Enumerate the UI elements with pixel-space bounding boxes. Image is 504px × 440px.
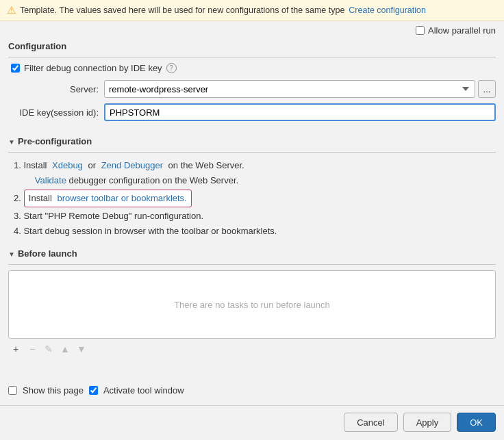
parallel-run-label: Allow parallel run [428,25,496,36]
move-down-button[interactable]: ▼ [74,341,89,357]
pre-config-item-2-row: 2. Install browser toolbar or bookmarkle… [14,190,496,207]
apply-button[interactable]: Apply [403,413,452,432]
server-row: Server: remote-wordpress-server ... [8,80,496,98]
no-tasks-text: There are no tasks to run before launch [174,300,330,310]
cancel-button[interactable]: Cancel [344,413,397,432]
launch-toolbar: + − ✎ ▲ ▼ [8,339,496,359]
pre-configuration-header: ▼Pre-configuration [8,136,496,146]
show-page-label: Show this page [23,385,84,396]
server-label: Server: [8,84,104,94]
item-1-num: 1. Install [14,158,49,173]
pre-configuration-section: ▼Pre-configuration 1. Install Xdebug or … [8,133,496,239]
server-ellipsis-button[interactable]: ... [478,80,496,98]
item-2-num: 2. [14,191,21,206]
ide-key-label: IDE key(session id): [8,107,104,118]
create-configuration-link[interactable]: Create configuration [349,5,426,15]
parallel-run-checkbox[interactable] [416,26,425,35]
before-launch-header: ▼Before launch [8,248,496,259]
pre-config-item-3: 3. Start "PHP Remote Debug" run-configur… [14,209,496,224]
pre-config-item-1-sub: Validate debugger configuration on the W… [27,173,496,188]
pre-config-item-4: 4. Start debug session in browser with t… [14,224,496,239]
main-content: Configuration Filter debug connection by… [0,38,504,405]
warning-bar: ⚠ Template. The values saved here will b… [0,0,504,21]
footer: Cancel Apply OK [0,405,504,440]
xdebug-link[interactable]: Xdebug [52,158,83,173]
warning-text: Template. The values saved here will be … [20,5,344,15]
configuration-section: Configuration Filter debug connection by… [8,38,496,127]
before-launch-arrow-icon: ▼ [8,250,15,258]
show-page-row: Show this page Activate tool window [8,383,496,401]
ide-key-input[interactable] [104,103,496,121]
filter-debug-checkbox[interactable] [11,64,20,73]
filter-debug-label: Filter debug connection by IDE key [24,63,162,73]
server-select[interactable]: remote-wordpress-server [104,80,475,98]
item-2-highlighted: Install browser toolbar or bookmarklets. [24,190,192,207]
pre-config-list: 1. Install Xdebug or Zend Debugger on th… [14,158,496,239]
dialog: ⚠ Template. The values saved here will b… [0,0,504,440]
item-4-num: 4. Start debug session in browser with t… [14,224,277,239]
server-input-wrap: remote-wordpress-server ... [104,80,496,98]
activate-tool-window-checkbox[interactable] [89,386,98,395]
before-launch-divider [8,264,496,265]
activate-tool-window-label: Activate tool window [103,385,184,396]
browser-toolbar-link[interactable]: browser toolbar or bookmarklets. [57,191,186,206]
remove-task-button[interactable]: − [25,341,40,357]
before-launch-box: There are no tasks to run before launch [8,270,496,339]
validate-link[interactable]: Validate [35,175,66,185]
pre-config-divider [8,152,496,153]
filter-row: Filter debug connection by IDE key ? [11,63,496,73]
before-launch-section: ▼Before launch There are no tasks to run… [8,246,496,378]
zend-debugger-link[interactable]: Zend Debugger [101,158,163,173]
configuration-header: Configuration [8,41,496,51]
item-3-num: 3. Start "PHP Remote Debug" run-configur… [14,209,203,224]
edit-task-button[interactable]: ✎ [41,341,56,357]
show-page-checkbox[interactable] [8,386,17,395]
help-icon[interactable]: ? [166,63,177,73]
ok-button[interactable]: OK [457,413,496,432]
parallel-row: Allow parallel run [0,21,504,38]
move-up-button[interactable]: ▲ [58,341,73,357]
config-divider [8,57,496,57]
warning-icon: ⚠ [7,4,16,16]
collapse-arrow-icon: ▼ [8,138,15,146]
pre-config-item-1: 1. Install Xdebug or Zend Debugger on th… [14,158,496,173]
ide-key-row: IDE key(session id): [8,103,496,121]
add-task-button[interactable]: + [8,341,23,357]
